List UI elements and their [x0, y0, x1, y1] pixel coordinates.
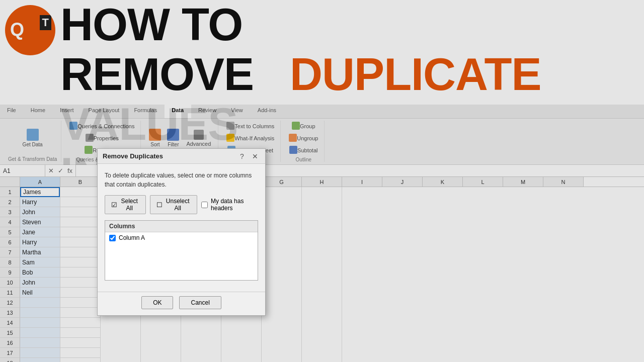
- select-all-label: Select All: [119, 198, 139, 212]
- modal-close-button[interactable]: ✕: [250, 151, 260, 161]
- modal-help-button[interactable]: ?: [237, 151, 247, 161]
- my-data-headers-checkbox[interactable]: [201, 202, 208, 208]
- modal-overlay: Remove Duplicates ? ✕ To delete duplicat…: [0, 0, 644, 362]
- select-all-button[interactable]: ☑ Select All: [105, 195, 146, 214]
- ok-button[interactable]: OK: [141, 296, 173, 309]
- modal-footer: OK Cancel: [98, 292, 265, 315]
- unselect-all-button[interactable]: ☐ Unselect All: [150, 195, 197, 214]
- column-a-item: Column A: [105, 232, 258, 243]
- column-a-checkbox[interactable]: [109, 235, 116, 241]
- columns-header: Columns: [105, 221, 258, 232]
- modal-description: To delete duplicate values, select one o…: [105, 171, 258, 189]
- remove-duplicates-modal: Remove Duplicates ? ✕ To delete duplicat…: [97, 148, 266, 316]
- columns-box: Columns Column A: [105, 220, 258, 281]
- select-all-icon: ☑: [111, 201, 117, 209]
- modal-body: To delete duplicate values, select one o…: [98, 164, 265, 292]
- modal-title: Remove Duplicates: [103, 152, 163, 160]
- my-data-headers-label: My data has headers: [211, 198, 258, 212]
- column-a-label: Column A: [119, 234, 145, 241]
- unselect-all-icon: ☐: [156, 201, 163, 209]
- modal-button-row: ☑ Select All ☐ Unselect All My data has …: [105, 195, 258, 214]
- modal-controls: ? ✕: [237, 151, 260, 161]
- unselect-all-label: Unselect All: [165, 198, 191, 212]
- my-data-headers-row: My data has headers: [201, 198, 258, 212]
- cancel-button[interactable]: Cancel: [179, 296, 221, 309]
- modal-titlebar: Remove Duplicates ? ✕: [98, 149, 265, 164]
